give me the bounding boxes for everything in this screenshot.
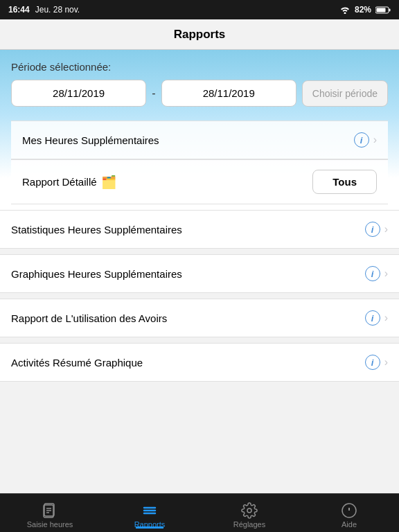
graphiques-chevron: › — [384, 267, 388, 280]
status-left: 16:44 Jeu. 28 nov. — [8, 5, 80, 15]
status-day: Jeu. 28 nov. — [35, 5, 80, 15]
filter-icon: 🗂️ — [101, 175, 116, 190]
rapports-icon — [141, 502, 158, 519]
mes-heures-chevron: › — [373, 134, 377, 146]
tab-bar: Saisie heures Rapports Réglages Aide — [0, 493, 399, 532]
mes-heures-label: Mes Heures Supplémentaires — [22, 134, 159, 146]
activites-chevron: › — [384, 356, 388, 369]
graphiques-row[interactable]: Graphiques Heures Supplémentaires i › — [0, 254, 399, 293]
activites-right: i › — [365, 355, 388, 370]
choose-period-button[interactable]: Choisir période — [302, 80, 388, 107]
battery-text: 82% — [355, 5, 371, 15]
tab-rapports[interactable]: Rapports — [100, 498, 200, 529]
graphiques-label: Graphiques Heures Supplémentaires — [11, 268, 182, 280]
avoirs-right: i › — [365, 310, 388, 326]
battery-icon — [375, 6, 391, 14]
tous-button[interactable]: Tous — [312, 170, 377, 194]
statistiques-label: Statistiques Heures Supplémentaires — [11, 224, 182, 236]
date-to-input[interactable]: 28/11/2019 — [161, 80, 296, 107]
tab-rapports-indicator — [136, 526, 163, 529]
avoirs-info-icon[interactable]: i — [365, 310, 380, 326]
svg-point-18 — [247, 508, 251, 513]
tab-aide[interactable]: Aide — [299, 498, 399, 529]
avoirs-label: Rapport de L'utilisation des Avoirs — [11, 312, 167, 324]
graphiques-right: i › — [365, 266, 388, 281]
aide-icon — [341, 502, 357, 519]
statistiques-right: i › — [365, 222, 388, 237]
svg-rect-2 — [377, 8, 386, 12]
status-time: 16:44 — [8, 5, 30, 15]
date-separator: - — [152, 87, 155, 100]
statistiques-row[interactable]: Statistiques Heures Supplémentaires i › — [0, 210, 399, 249]
tab-saisie[interactable]: Saisie heures — [0, 498, 100, 529]
activites-row[interactable]: Activités Résumé Graphique i › — [0, 343, 399, 382]
rapport-detaille-row[interactable]: Rapport Détaillé 🗂️ Tous — [11, 159, 388, 204]
date-row: 28/11/2019 - 28/11/2019 Choisir période — [11, 80, 388, 107]
wifi-icon — [339, 6, 351, 14]
list-section: Statistiques Heures Supplémentaires i › … — [0, 210, 399, 382]
avoirs-row[interactable]: Rapport de L'utilisation des Avoirs i › — [0, 299, 399, 337]
mes-heures-row[interactable]: Mes Heures Supplémentaires i › — [11, 121, 388, 159]
tab-reglages[interactable]: Réglages — [200, 498, 299, 529]
period-label: Période sélectionnée: — [11, 61, 388, 73]
mes-heures-info-icon[interactable]: i — [354, 132, 369, 148]
activites-label: Activités Résumé Graphique — [11, 357, 143, 369]
tab-reglages-label: Réglages — [233, 520, 265, 529]
svg-rect-1 — [389, 8, 391, 11]
graphiques-info-icon[interactable]: i — [365, 266, 380, 281]
reglages-icon — [241, 502, 258, 519]
status-right: 82% — [339, 5, 391, 15]
period-section: Période sélectionnée: 28/11/2019 - 28/11… — [0, 50, 399, 210]
rapport-detaille-label: Rapport Détaillé — [22, 176, 97, 188]
activites-info-icon[interactable]: i — [365, 355, 380, 370]
mes-heures-right: i › — [354, 132, 377, 148]
saisie-icon — [42, 502, 58, 519]
statistiques-info-icon[interactable]: i — [365, 222, 380, 237]
main-content: Période sélectionnée: 28/11/2019 - 28/11… — [0, 50, 399, 493]
nav-bar: Rapports — [0, 19, 399, 50]
nav-title: Rapports — [174, 28, 226, 42]
rapport-left: Rapport Détaillé 🗂️ — [22, 175, 116, 190]
status-bar: 16:44 Jeu. 28 nov. 82% — [0, 0, 399, 19]
avoirs-chevron: › — [384, 312, 388, 324]
date-from-input[interactable]: 28/11/2019 — [11, 80, 146, 107]
statistiques-chevron: › — [384, 223, 388, 236]
tab-aide-label: Aide — [342, 520, 357, 529]
tab-saisie-label: Saisie heures — [27, 520, 73, 529]
